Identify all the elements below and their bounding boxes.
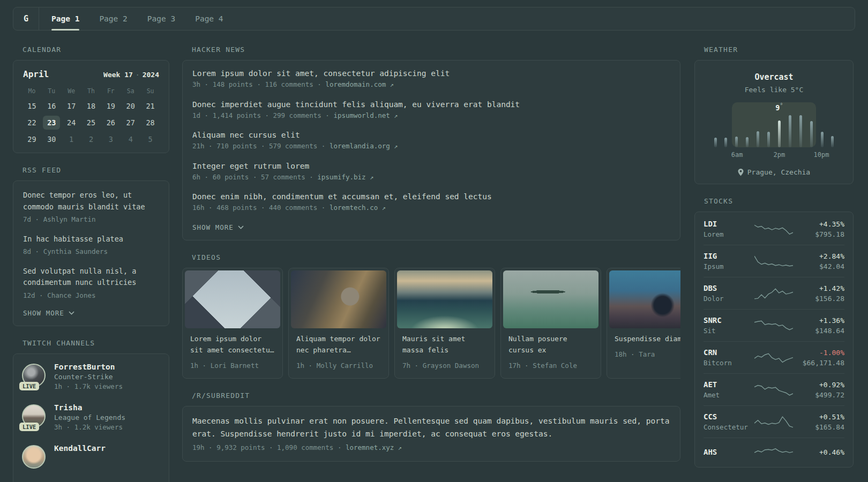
hn-story-domain[interactable]: ipsumworld.net ↗	[333, 111, 398, 119]
twitch-channel-row[interactable]: LIVEForrestBurtonCounter-Strike1h · 1.7k…	[22, 363, 160, 390]
video-meta: 1h · Lori Barnett	[185, 357, 280, 376]
calendar-day: 24	[62, 114, 81, 131]
stock-sparkline	[754, 318, 793, 333]
video-title: Suspendisse diam	[609, 328, 680, 345]
channel-meta: 1h · 1.7k viewers	[54, 382, 123, 390]
tab-page-1[interactable]: Page 1	[51, 7, 79, 30]
rss-show-more-button[interactable]: SHOW MORE	[23, 309, 159, 317]
hn-story-title[interactable]: Lorem ipsum dolor sit amet, consectetur …	[192, 69, 670, 78]
calendar-day: 21	[140, 97, 160, 114]
calendar-week-year: Week 17·2024	[103, 71, 159, 79]
tab-page-4[interactable]: Page 4	[195, 7, 223, 30]
stock-spark-container	[754, 286, 793, 301]
hn-story-domain[interactable]: ipsumify.biz ↗	[317, 173, 373, 181]
video-card[interactable]: Aliquam tempor dolor nec pharetra…1h · M…	[288, 268, 389, 379]
rss-item-title[interactable]: In hac habitasse platea	[23, 234, 159, 245]
chevron-down-icon	[238, 225, 244, 229]
temperature-bar	[735, 137, 738, 147]
video-meta: 1h · Molly Carrillo	[291, 357, 386, 376]
video-meta: 7h · Grayson Dawson	[397, 357, 492, 376]
hn-story-meta: 16h · 468 points · 440 comments · loremt…	[192, 202, 670, 213]
stock-sparkline	[754, 415, 793, 430]
stock-price: $499.72	[794, 391, 844, 399]
hn-story: Donec imperdiet augue tincidunt felis al…	[192, 100, 670, 121]
stock-row[interactable]: DBSDolor+1.42%$156.28	[704, 277, 844, 309]
calendar-day: 16	[42, 97, 62, 114]
channel-name[interactable]: ForrestBurton	[54, 363, 123, 371]
channel-name[interactable]: KendallCarr	[54, 444, 106, 453]
video-card[interactable]: Mauris sit amet massa felis7h · Grayson …	[394, 268, 495, 379]
calendar-day: 22	[22, 114, 42, 131]
rss-item-title[interactable]: Sed volutpat nulla nisl, a condimentum n…	[23, 266, 159, 289]
subreddit-post-meta-text: 19h · 9,932 points · 1,090 comments ·	[192, 443, 346, 451]
stock-price: $165.84	[794, 423, 844, 431]
hn-story-title[interactable]: Integer eget rutrum lorem	[192, 162, 670, 170]
rss-widget: Donec tempor eros leo, ut commodo mauris…	[13, 180, 169, 326]
stock-row[interactable]: IIGIpsum+2.84%$42.04	[704, 245, 844, 277]
stock-sparkline	[754, 445, 793, 460]
stock-price: $42.04	[794, 262, 844, 270]
twitch-channel-row[interactable]: KendallCarr	[22, 444, 160, 469]
stock-id: CCSConsectetur	[704, 412, 753, 431]
stock-change: +4.35%	[794, 220, 844, 228]
hn-story-meta: 6h · 60 points · 57 comments · ipsumify.…	[192, 172, 670, 183]
video-card[interactable]: Lorem ipsum dolor sit amet consectetu…1h…	[182, 268, 283, 379]
tab-page-2[interactable]: Page 2	[99, 7, 127, 30]
separator-dot: ·	[136, 71, 140, 79]
hn-story-meta-text: 16h · 468 points · 440 comments ·	[192, 204, 330, 212]
hn-story-domain[interactable]: loremdomain.com ↗	[325, 80, 394, 88]
calendar-month: April	[23, 69, 49, 79]
channel-name[interactable]: Trisha	[54, 403, 125, 412]
twitch-widget: LIVEForrestBurtonCounter-Strike1h · 1.7k…	[13, 353, 169, 482]
stock-row[interactable]: AHS+0.46%	[704, 438, 844, 466]
hn-story-title[interactable]: Donec enim nibh, condimentum et accumsan…	[192, 192, 670, 201]
weather-feels-like: Feels like 5°C	[704, 86, 844, 94]
calendar-day: 29	[22, 131, 42, 147]
stock-row[interactable]: CCSConsectetur+0.51%$165.84	[704, 405, 844, 438]
hn-story-meta-text: 1d · 1,414 points · 299 comments ·	[192, 111, 333, 119]
external-link-icon: ↗	[398, 444, 402, 451]
subreddit-post-domain[interactable]: loremnet.xyz ↗	[346, 443, 402, 451]
temperature-bars	[711, 114, 837, 147]
hn-story-domain[interactable]: loremlandia.org ↗	[330, 142, 398, 150]
stock-sparkline	[754, 254, 793, 269]
rss-item: In hac habitasse platea8d · Cynthia Saun…	[23, 234, 159, 257]
stock-price: $795.18	[794, 230, 844, 238]
calendar-week: Week 17	[103, 71, 133, 79]
weather-section-header: WEATHER	[704, 46, 854, 54]
tab-page-3[interactable]: Page 3	[147, 7, 175, 30]
subreddit-section-header: /R/SUBREDDIT	[192, 391, 680, 400]
hn-story-domain[interactable]: loremtech.co ↗	[330, 204, 386, 212]
stock-id: CRNBitcorn	[704, 348, 753, 367]
video-card[interactable]: Nullam posuere cursus ex17h · Stefan Col…	[500, 268, 601, 379]
video-thumbnail	[185, 270, 280, 328]
video-card[interactable]: Suspendisse diam18h · Tara	[607, 268, 680, 379]
stock-row[interactable]: SNRCSit+1.36%$148.64	[704, 309, 844, 341]
hn-story: Donec enim nibh, condimentum et accumsan…	[192, 192, 670, 213]
app-logo[interactable]: G	[13, 7, 39, 30]
stock-row[interactable]: LDILorem+4.35%$795.18	[704, 213, 844, 245]
twitch-channel-list: LIVEForrestBurtonCounter-Strike1h · 1.7k…	[22, 363, 160, 469]
rss-item-title[interactable]: Donec tempor eros leo, ut commodo mauris…	[23, 190, 159, 213]
calendar-day: 23	[42, 114, 62, 131]
subreddit-post-title[interactable]: Maecenas mollis pulvinar erat non posuer…	[192, 415, 670, 441]
temperature-bar	[799, 115, 802, 147]
avatar: LIVE	[22, 404, 46, 428]
stock-id: DBSDolor	[704, 284, 753, 303]
hn-story-title[interactable]: Donec imperdiet augue tincidunt felis al…	[192, 100, 670, 109]
external-link-icon: ↗	[382, 204, 386, 212]
twitch-channel-row[interactable]: LIVETrishaLeague of Legends3h · 1.2k vie…	[22, 403, 160, 431]
stock-values: -1.00%$66,171.48	[794, 349, 844, 367]
hn-story-meta-text: 3h · 148 points · 116 comments ·	[192, 80, 325, 88]
stock-row[interactable]: AETAmet+0.92%$499.72	[704, 373, 844, 405]
stock-name: Dolor	[704, 295, 753, 303]
rss-item-meta: 12d · Chance Jones	[23, 290, 159, 300]
video-title: Aliquam tempor dolor nec pharetra…	[291, 328, 386, 356]
hn-show-more-button[interactable]: SHOW MORE	[192, 223, 670, 231]
hn-story-title[interactable]: Aliquam nec cursus elit	[192, 131, 670, 139]
stock-row[interactable]: CRNBitcorn-1.00%$66,171.48	[704, 341, 844, 373]
weekday-label: Su	[140, 85, 160, 97]
calendar-widget: April Week 17·2024 MoTuWeThFrSaSu 151617…	[13, 60, 169, 153]
weekday-label: Th	[81, 85, 101, 97]
channel-category: Counter-Strike	[54, 373, 123, 381]
